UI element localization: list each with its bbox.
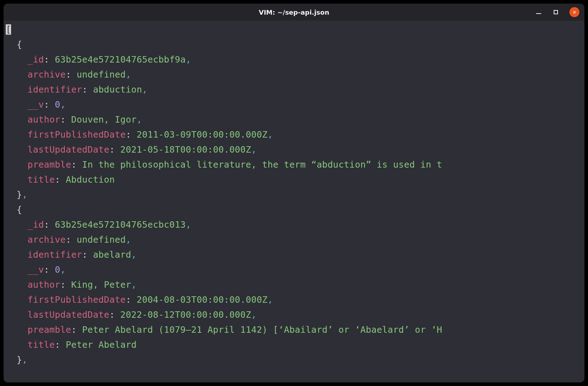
key-archive: archive [28, 234, 66, 245]
key-firstpub: firstPublishedDate [28, 295, 126, 305]
open-brace: { [17, 39, 22, 50]
key-identifier: identifier [28, 84, 82, 95]
value-preamble: Peter Abelard (1079–21 April 1142) [‘Aba… [82, 325, 442, 335]
maximize-button[interactable] [552, 9, 559, 16]
key-author: author [28, 114, 60, 125]
minimize-icon [536, 13, 541, 14]
key-archive: archive [28, 69, 66, 80]
cursor: [ [6, 24, 11, 35]
value-author: Douven, Igor [71, 114, 137, 125]
close-icon: ✕ [573, 9, 576, 15]
value-identifier: abduction [93, 84, 142, 95]
key-v: __v [28, 99, 44, 110]
key-lastupd: lastUpdatedDate [28, 310, 109, 320]
titlebar: VIM: ~/sep-api.json ✕ [4, 4, 584, 21]
key-preamble: preamble [28, 159, 71, 170]
value-id: 63b25e4e572104765ecbbf9a [55, 54, 186, 65]
value-author: King, Peter [71, 279, 131, 290]
editor-area[interactable]: [ { _id: 63b25e4e572104765ecbbf9a, archi… [4, 21, 584, 382]
value-firstpub: 2004-08-03T00:00:00.000Z [137, 295, 268, 305]
vim-window: VIM: ~/sep-api.json ✕ [ { _id: 63b25e4e5… [4, 4, 584, 382]
value-title: Peter Abelard [66, 340, 137, 350]
window-controls: ✕ [535, 7, 579, 17]
value-v: 0 [55, 264, 60, 275]
key-v: __v [28, 264, 44, 275]
key-firstpub: firstPublishedDate [28, 129, 126, 140]
key-title: title [28, 174, 55, 185]
value-lastupd: 2021-05-18T00:00:00.000Z [120, 144, 251, 155]
close-brace: } [17, 355, 22, 365]
key-id: _id [28, 54, 44, 65]
close-button[interactable]: ✕ [569, 7, 579, 17]
value-id: 63b25e4e572104765ecbc013 [55, 219, 186, 230]
maximize-icon [554, 10, 558, 14]
value-archive: undefined [77, 234, 126, 245]
value-archive: undefined [77, 69, 126, 80]
value-preamble: In the philosophical literature, the ter… [82, 159, 442, 170]
key-id: _id [28, 219, 44, 230]
key-lastupd: lastUpdatedDate [28, 144, 109, 155]
key-identifier: identifier [28, 249, 82, 260]
value-v: 0 [55, 99, 60, 110]
key-title: title [28, 340, 55, 350]
value-lastupd: 2022-08-12T00:00:00.000Z [120, 310, 251, 320]
key-preamble: preamble [28, 325, 71, 335]
open-brace: { [17, 204, 22, 215]
value-title: Abduction [66, 174, 115, 185]
window-title: VIM: ~/sep-api.json [259, 9, 329, 16]
value-firstpub: 2011-03-09T00:00:00.000Z [137, 129, 268, 140]
key-author: author [28, 279, 60, 290]
value-identifier: abelard [93, 249, 131, 260]
close-brace: } [17, 189, 22, 200]
minimize-button[interactable] [535, 9, 542, 16]
